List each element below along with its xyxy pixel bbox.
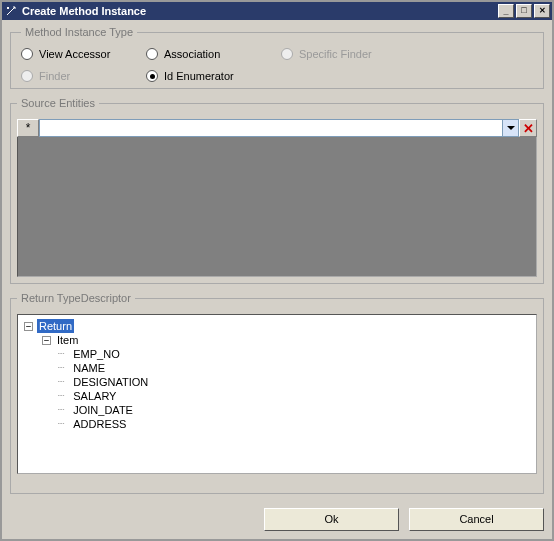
dialog-window: Create Method Instance _ □ ✕ Method Inst…: [0, 0, 554, 541]
return-typedescriptor-legend: Return TypeDescriptor: [17, 292, 135, 304]
radio-label: View Accessor: [39, 48, 110, 60]
radio-association[interactable]: Association: [146, 48, 281, 60]
app-icon: [4, 4, 18, 18]
type-descriptor-tree[interactable]: − Return − Item ┈ EMP_NO ┈ NAME ┈ D: [17, 314, 537, 474]
radio-icon: [21, 48, 33, 60]
return-typedescriptor-group: Return TypeDescriptor − Return − Item ┈ …: [10, 292, 544, 494]
window-title: Create Method Instance: [22, 5, 498, 17]
maximize-button[interactable]: □: [516, 4, 532, 18]
radio-icon: [21, 70, 33, 82]
tree-leaf[interactable]: ADDRESS: [71, 417, 128, 431]
source-entities-group: Source Entities * ✕: [10, 97, 544, 284]
tree-leaf[interactable]: EMP_NO: [71, 347, 121, 361]
method-instance-type-legend: Method Instance Type: [21, 26, 137, 38]
radio-icon: [146, 70, 158, 82]
close-button[interactable]: ✕: [534, 4, 550, 18]
radio-view-accessor[interactable]: View Accessor: [21, 48, 146, 60]
method-instance-type-group: Method Instance Type View Accessor Assoc…: [10, 26, 544, 89]
radio-finder: Finder: [21, 70, 146, 82]
cancel-button[interactable]: Cancel: [409, 508, 544, 531]
source-entities-legend: Source Entities: [17, 97, 99, 109]
chevron-down-icon: [507, 126, 515, 130]
minimize-button[interactable]: _: [498, 4, 514, 18]
radio-specific-finder: Specific Finder: [281, 48, 533, 60]
delete-entity-button[interactable]: ✕: [519, 119, 537, 137]
combo-dropdown-button[interactable]: [502, 120, 518, 136]
radio-label: Specific Finder: [299, 48, 372, 60]
entity-combo[interactable]: [39, 119, 519, 137]
source-entities-grid-body[interactable]: [17, 137, 537, 277]
radio-icon: [146, 48, 158, 60]
tree-node-return[interactable]: Return: [37, 319, 74, 333]
tree-node-item[interactable]: Item: [55, 333, 80, 347]
tree-leaf[interactable]: DESIGNATION: [71, 375, 150, 389]
radio-label: Finder: [39, 70, 70, 82]
tree-leaf[interactable]: SALARY: [71, 389, 118, 403]
titlebar[interactable]: Create Method Instance _ □ ✕: [2, 2, 552, 20]
new-row-header[interactable]: *: [17, 119, 39, 137]
radio-id-enumerator[interactable]: Id Enumerator: [146, 70, 281, 82]
radio-icon: [281, 48, 293, 60]
entity-combo-input[interactable]: [40, 120, 502, 136]
tree-leaf[interactable]: NAME: [71, 361, 107, 375]
x-icon: ✕: [523, 121, 534, 136]
radio-label: Id Enumerator: [164, 70, 234, 82]
tree-leaf[interactable]: JOIN_DATE: [71, 403, 135, 417]
expand-toggle[interactable]: −: [24, 322, 33, 331]
expand-toggle[interactable]: −: [42, 336, 51, 345]
ok-button[interactable]: Ok: [264, 508, 399, 531]
radio-label: Association: [164, 48, 220, 60]
